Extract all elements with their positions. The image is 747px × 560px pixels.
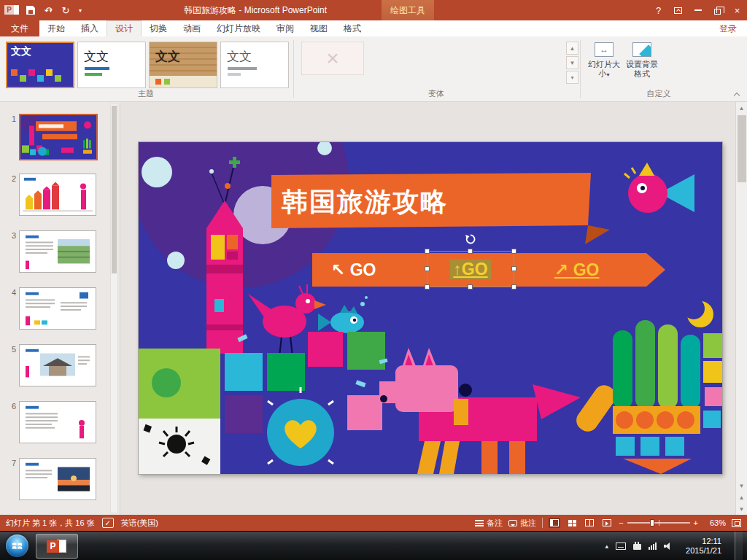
panel-scrollbar-thumb[interactable] (112, 106, 117, 273)
panel-scrollbar[interactable] (110, 104, 118, 513)
slide-thumbnail-1[interactable] (19, 114, 98, 160)
slide-size-button[interactable]: ↔ 幻灯片大小▾ (587, 42, 622, 79)
tab-review[interactable]: 审阅 (268, 20, 302, 36)
resize-handle-bottom-left[interactable] (425, 284, 430, 289)
slideshow-view-button[interactable] (601, 518, 613, 528)
tab-home[interactable]: 开始 (39, 20, 73, 36)
theme-thumbnail-3[interactable]: 文文 (149, 42, 217, 88)
save-button[interactable] (25, 3, 36, 18)
show-desktop-button[interactable] (735, 532, 743, 560)
powerpoint-taskbar-icon: P (47, 538, 67, 554)
resize-handle-top-left[interactable] (425, 249, 430, 254)
tab-design[interactable]: 设计 (107, 20, 142, 36)
format-background-label: 设置背景格式 (624, 60, 659, 79)
hidden-icons-button[interactable]: ▴ (605, 542, 609, 550)
resize-handle-left[interactable] (425, 266, 430, 271)
powerpoint-app-icon[interactable]: P (4, 4, 19, 16)
input-indicator-icon[interactable] (616, 542, 626, 550)
language-indicator[interactable]: 英语(美国) (115, 518, 164, 529)
volume-icon[interactable] (664, 542, 673, 550)
restore-button[interactable] (708, 0, 727, 20)
ribbon-display-options-button[interactable] (668, 0, 688, 20)
tab-format[interactable]: 格式 (336, 20, 369, 36)
fit-to-window-button[interactable] (732, 519, 741, 527)
slide-thumbnail-4[interactable] (19, 287, 96, 330)
windows-flag-icon (11, 540, 23, 552)
resize-handle-bottom[interactable] (468, 284, 473, 289)
spellcheck-icon[interactable]: ✓ (102, 518, 114, 528)
power-icon[interactable] (633, 544, 641, 550)
slide-size-label: 幻灯片大小 (588, 60, 620, 78)
slide-thumbnail-5[interactable] (19, 344, 96, 386)
collapse-ribbon-button[interactable] (734, 91, 740, 97)
resize-handle-right[interactable] (511, 266, 516, 271)
tab-slideshow[interactable]: 幻灯片放映 (209, 20, 268, 36)
sign-in-link[interactable]: 登录 (709, 20, 747, 36)
normal-view-icon (550, 519, 559, 526)
slide-1-editor[interactable]: 韩国旅游攻略 ↖ GO ↑GO ↗ GO (139, 142, 722, 474)
zoom-percentage[interactable]: 63% (704, 518, 726, 527)
network-icon[interactable] (649, 542, 657, 550)
normal-view-button[interactable] (549, 518, 560, 528)
zoom-out-button[interactable]: − (619, 518, 623, 527)
variants-scroll-up[interactable]: ▲ (566, 42, 578, 55)
tab-view[interactable]: 视图 (302, 20, 336, 36)
thumbnail-art (20, 459, 96, 499)
slide-thumbnail-2[interactable] (19, 174, 96, 216)
redo-button[interactable]: ↻ (60, 3, 71, 18)
scroll-down-button[interactable]: ▼ (736, 480, 747, 491)
help-button[interactable]: ? (649, 0, 668, 20)
resize-handle-top[interactable] (468, 249, 473, 254)
theme-thumbnail-current[interactable]: 文文 (6, 42, 74, 88)
variant-x-watermark: × (326, 46, 339, 71)
go-link-right[interactable]: ↗ GO (554, 257, 599, 282)
scrollbar-thumb[interactable] (738, 115, 746, 182)
windows-taskbar: P ▴ 12:11 2015/1/21 (0, 531, 747, 560)
start-button[interactable] (6, 534, 28, 557)
taskbar-clock[interactable]: 12:11 2015/1/21 (680, 537, 727, 556)
notes-toggle[interactable]: 备注 (475, 518, 503, 529)
tab-animations[interactable]: 动画 (175, 20, 209, 36)
zoom-slider[interactable] (627, 522, 690, 524)
slide-thumbnail-3[interactable] (19, 230, 96, 273)
go-link-middle[interactable]: ↑GO (450, 260, 490, 279)
zoom-in-button[interactable]: + (694, 518, 698, 527)
reading-view-button[interactable] (584, 518, 595, 528)
tab-file[interactable]: 文件 (0, 20, 39, 36)
resize-handle-bottom-right[interactable] (511, 284, 516, 289)
zoom-slider-thumb[interactable] (650, 519, 654, 526)
theme-thumbnail-2[interactable]: 文文 (77, 42, 146, 88)
previous-slide-button[interactable]: ▲ (736, 491, 747, 503)
close-button[interactable]: × (727, 0, 747, 20)
undo-dropdown-icon[interactable]: ▾ (49, 7, 52, 14)
theme-sample-text: 文文 (155, 48, 180, 65)
variant-thumbnail-disabled: × (301, 42, 364, 75)
go-link-left[interactable]: ↖ GO (331, 257, 376, 282)
theme-thumbnail-4[interactable]: 文文 (220, 42, 289, 88)
variants-more-button[interactable]: ▾ (566, 71, 578, 84)
resize-handle-top-right[interactable] (511, 249, 516, 254)
slide-thumbnail-6[interactable] (19, 401, 96, 443)
comments-toggle[interactable]: 批注 (508, 518, 536, 529)
scroll-up-button[interactable]: ▲ (736, 102, 747, 114)
slide-number: 7 (6, 458, 16, 500)
taskbar-powerpoint-button[interactable]: P (36, 534, 78, 559)
format-background-button[interactable]: 设置背景格式 (624, 42, 659, 79)
thumbnail-art (20, 402, 96, 443)
qat-customize-button[interactable]: ▾ (74, 3, 86, 18)
vertical-scrollbar[interactable]: ▲ ▼ ▲ ▼ (735, 102, 747, 515)
tab-transitions[interactable]: 切换 (142, 20, 175, 36)
undo-button[interactable]: ↶▾ (42, 3, 54, 18)
clock-date: 2015/1/21 (686, 546, 721, 556)
next-slide-button[interactable]: ▼ (736, 503, 747, 515)
thumbnail-art (20, 231, 96, 272)
selected-text-box[interactable]: ↑GO (427, 251, 514, 287)
thumbnail-item-4: 4 (6, 287, 96, 330)
variants-scroll-down[interactable]: ▼ (566, 56, 578, 69)
rotate-handle[interactable] (465, 234, 476, 244)
slide-title-text[interactable]: 韩国旅游攻略 (282, 184, 588, 220)
tab-insert[interactable]: 插入 (73, 20, 107, 36)
slide-thumbnail-7[interactable] (19, 458, 96, 500)
minimize-button[interactable] (688, 0, 708, 20)
slide-sorter-view-button[interactable] (566, 518, 578, 528)
